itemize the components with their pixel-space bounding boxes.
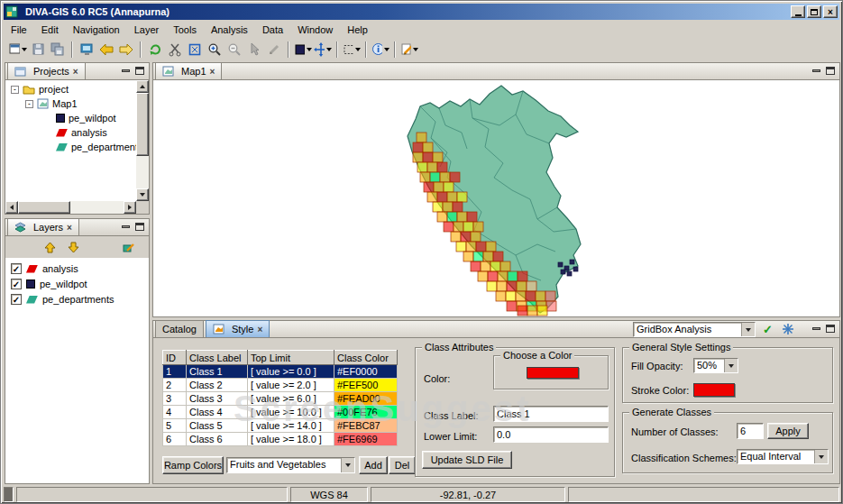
col-top-limit[interactable]: Top Limit bbox=[248, 351, 334, 365]
add-class-button[interactable]: Add bbox=[359, 456, 388, 474]
tab-layers[interactable]: Layers × bbox=[7, 218, 79, 235]
minimize-button[interactable] bbox=[791, 5, 805, 18]
layer-row-pe-wildpot[interactable]: ✓ pe_wildpot bbox=[11, 277, 87, 291]
select-rectangle-button[interactable] bbox=[342, 40, 362, 60]
zoom-out-button[interactable] bbox=[224, 40, 244, 60]
layer-move-down-button[interactable] bbox=[65, 239, 81, 255]
pointer-button[interactable] bbox=[244, 40, 264, 60]
menu-file[interactable]: File bbox=[4, 23, 34, 37]
minimize-view-icon[interactable] bbox=[812, 69, 820, 72]
measure-button[interactable] bbox=[264, 40, 284, 60]
tree-item-analysis[interactable]: analysis bbox=[56, 125, 107, 140]
close-icon[interactable]: × bbox=[67, 224, 72, 232]
save-all-button[interactable] bbox=[48, 40, 68, 60]
scroll-down-button[interactable] bbox=[136, 188, 149, 201]
number-of-classes-input[interactable] bbox=[737, 423, 764, 439]
refresh-button[interactable] bbox=[145, 40, 165, 60]
minimize-view-icon[interactable] bbox=[122, 69, 130, 72]
map-canvas[interactable] bbox=[153, 80, 839, 316]
class-label-input[interactable] bbox=[493, 406, 609, 422]
fill-opacity-combo[interactable]: 50% bbox=[693, 358, 738, 373]
close-icon[interactable]: × bbox=[73, 68, 78, 76]
layer-checkbox[interactable]: ✓ bbox=[11, 263, 22, 274]
table-row[interactable]: 5Class 5 [ value >= 14.0 ]#FEBC87 bbox=[163, 419, 398, 433]
apply-button[interactable]: Apply bbox=[767, 423, 809, 439]
layer-checkbox[interactable]: ✓ bbox=[11, 294, 22, 305]
close-button[interactable]: × bbox=[823, 5, 838, 18]
tab-map1[interactable]: Map1 × bbox=[155, 62, 222, 79]
scroll-right-button[interactable] bbox=[124, 201, 136, 214]
maximize-view-icon[interactable] bbox=[135, 67, 144, 75]
table-row[interactable]: 1Class 1 [ value >= 0.0 ]#EF0000 bbox=[163, 365, 398, 379]
chevron-down-icon[interactable] bbox=[724, 359, 738, 372]
stroke-color-swatch[interactable] bbox=[693, 383, 735, 397]
projects-vscrollbar[interactable] bbox=[136, 80, 149, 201]
grid-tool-button[interactable] bbox=[293, 40, 313, 60]
export-image-button[interactable] bbox=[77, 40, 96, 60]
menu-layer[interactable]: Layer bbox=[127, 23, 167, 37]
draw-tool-button[interactable] bbox=[399, 40, 419, 60]
lower-limit-input[interactable] bbox=[493, 426, 609, 443]
analysis-selector[interactable]: GridBox Analysis bbox=[633, 322, 756, 337]
scroll-up-button[interactable] bbox=[136, 80, 149, 93]
table-row[interactable]: 6Class 6 [ value >= 18.0 ]#FE6969 bbox=[163, 433, 398, 446]
layer-checkbox[interactable]: ✓ bbox=[11, 279, 22, 289]
menu-data[interactable]: Data bbox=[255, 23, 290, 37]
tree-item-project[interactable]: - project bbox=[11, 82, 69, 96]
menu-edit[interactable]: Edit bbox=[34, 23, 66, 37]
pan-tool-button[interactable] bbox=[313, 40, 333, 60]
cut-button[interactable] bbox=[165, 40, 185, 60]
close-icon[interactable]: × bbox=[210, 68, 215, 76]
refresh-analysis-icon[interactable] bbox=[782, 323, 794, 337]
class-color-swatch[interactable] bbox=[527, 367, 579, 379]
zoom-in-button[interactable] bbox=[205, 40, 224, 60]
tree-item-map1[interactable]: - Map1 bbox=[25, 96, 78, 111]
maximize-button[interactable] bbox=[807, 5, 821, 18]
forward-button[interactable] bbox=[116, 40, 136, 60]
menu-tools[interactable]: Tools bbox=[166, 23, 204, 37]
tab-style[interactable]: Style × bbox=[206, 320, 270, 337]
maximize-view-icon[interactable] bbox=[826, 325, 835, 333]
apply-analysis-check-icon[interactable]: ✓ bbox=[763, 323, 773, 336]
new-map-button[interactable] bbox=[8, 40, 28, 60]
layer-row-pe-departments[interactable]: ✓ pe_departments bbox=[11, 292, 115, 307]
chevron-down-icon[interactable] bbox=[814, 450, 828, 463]
collapse-icon[interactable]: - bbox=[25, 100, 33, 108]
menu-window[interactable]: Window bbox=[290, 23, 340, 37]
back-button[interactable] bbox=[96, 40, 116, 60]
tab-projects[interactable]: Projects × bbox=[7, 62, 86, 79]
layer-move-up-button[interactable] bbox=[41, 239, 58, 255]
scroll-thumb[interactable] bbox=[136, 93, 149, 156]
zoom-full-extent-button[interactable] bbox=[185, 40, 205, 60]
maximize-view-icon[interactable] bbox=[135, 223, 144, 231]
menu-analysis[interactable]: Analysis bbox=[204, 23, 255, 37]
edit-legend-button[interactable] bbox=[121, 239, 137, 255]
del-class-button[interactable]: Del bbox=[389, 456, 416, 474]
layer-row-analysis[interactable]: ✓ analysis bbox=[11, 261, 78, 276]
collapse-icon[interactable]: - bbox=[11, 86, 19, 94]
minimize-view-icon[interactable] bbox=[122, 225, 130, 228]
save-button[interactable] bbox=[28, 40, 48, 60]
tree-item-pe-wildpot[interactable]: pe_wildpot bbox=[56, 111, 116, 125]
chevron-down-icon[interactable] bbox=[341, 458, 354, 472]
identify-button[interactable] bbox=[371, 40, 390, 60]
table-row[interactable]: 2Class 2 [ value >= 2.0 ]#FEF500 bbox=[163, 379, 398, 392]
projects-hscrollbar[interactable] bbox=[5, 201, 136, 214]
col-class-label[interactable]: Class Label bbox=[187, 351, 248, 365]
menu-help[interactable]: Help bbox=[340, 23, 375, 37]
scroll-left-button[interactable] bbox=[5, 201, 18, 214]
title-bar[interactable]: DIVA-GIS 6.0 RC5 (Annapurna) × bbox=[4, 4, 839, 20]
minimize-view-icon[interactable] bbox=[812, 327, 820, 330]
table-row[interactable]: 4Class 4 [ value >= 10.0 ]#00FE76 bbox=[163, 406, 398, 419]
col-id[interactable]: ID bbox=[163, 351, 187, 365]
ramp-colors-button[interactable]: Ramp Colors bbox=[162, 456, 224, 474]
tree-item-pe-departments[interactable]: pe_departments bbox=[56, 140, 136, 154]
ramp-combo[interactable]: Fruits and Vegetables bbox=[226, 457, 355, 473]
table-row[interactable]: 3Class 3 [ value >= 6.0 ]#FEAD00 bbox=[163, 392, 398, 406]
update-sld-button[interactable]: Update SLD File bbox=[422, 451, 512, 469]
chevron-down-icon[interactable] bbox=[741, 323, 755, 336]
scroll-thumb[interactable] bbox=[18, 201, 70, 214]
maximize-view-icon[interactable] bbox=[826, 67, 835, 75]
classification-scheme-combo[interactable]: Equal Interval bbox=[737, 449, 829, 464]
close-icon[interactable]: × bbox=[257, 325, 262, 334]
